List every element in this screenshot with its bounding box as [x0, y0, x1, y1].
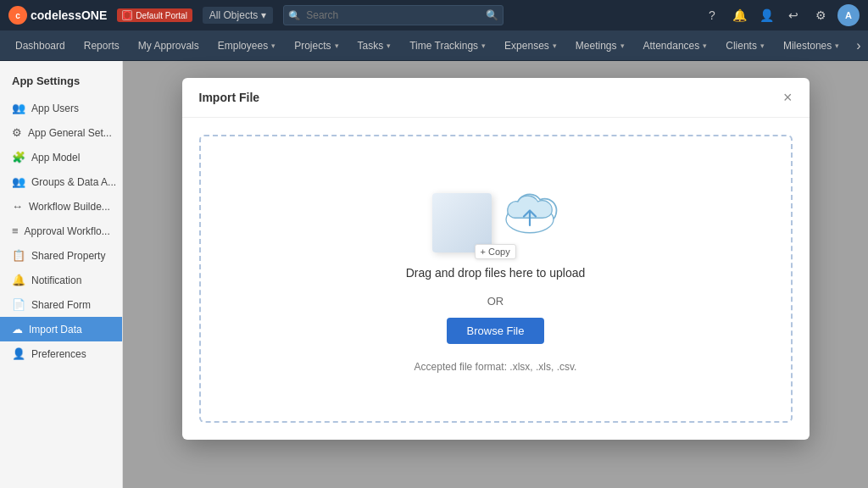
portal-badge[interactable]: Default Portal — [117, 8, 192, 22]
gear-icon: ⚙ — [12, 126, 22, 139]
cloud-upload-area — [500, 193, 559, 240]
users-icon: 👥 — [12, 102, 25, 114]
notification-icon[interactable]: 🔔 — [729, 5, 749, 25]
svg-marker-0 — [124, 11, 131, 19]
content-area: Import File × — [123, 61, 868, 488]
model-icon: 🧩 — [12, 151, 25, 164]
tab-projects[interactable]: Projects▾ — [286, 35, 347, 57]
copy-badge-text: + Copy — [481, 247, 510, 257]
drop-zone[interactable]: + Copy Drag and drop files here to uploa… — [199, 135, 793, 423]
modal-close-button[interactable]: × — [783, 90, 793, 105]
sidebar-item-workflow-builder[interactable]: ↔ Workflow Builde... — [0, 194, 122, 219]
shared-property-icon: 📋 — [12, 249, 25, 262]
sidebar-item-notification[interactable]: 🔔 Notification — [0, 268, 122, 292]
modal-header: Import File × — [182, 78, 810, 118]
preferences-icon: 👤 — [12, 347, 25, 360]
sidebar-item-groups[interactable]: 👥 Groups & Data A... — [0, 169, 122, 194]
help-icon[interactable]: ? — [702, 5, 722, 25]
modal-title: Import File — [199, 91, 260, 104]
browse-file-button[interactable]: Browse File — [447, 318, 545, 344]
tab-tasks[interactable]: Tasks▾ — [349, 35, 400, 57]
nav-tabs-bar: Dashboard Reports My Approvals Employees… — [0, 30, 868, 61]
history-icon[interactable]: ↩ — [783, 5, 804, 25]
top-navbar: c codelessONE Default Portal All Objects… — [0, 0, 868, 30]
tab-reports[interactable]: Reports — [75, 35, 128, 57]
main-layout: App Settings 👥 App Users ⚙ App General S… — [0, 61, 868, 488]
logo-text: codelessONE — [31, 8, 107, 22]
search-icon: 🔍 — [289, 10, 301, 21]
app-logo[interactable]: c codelessONE — [8, 6, 107, 25]
drag-icon-area: + Copy — [432, 193, 559, 252]
search-magnifier-icon[interactable]: 🔍 — [486, 9, 498, 21]
bell-icon: 🔔 — [12, 274, 25, 286]
import-file-modal: Import File × — [182, 78, 810, 440]
sidebar-title: App Settings — [0, 71, 122, 96]
workflow-icon: ↔ — [12, 200, 23, 213]
copy-badge: + Copy — [475, 244, 516, 259]
sidebar: App Settings 👥 App Users ⚙ App General S… — [0, 61, 123, 488]
drag-drop-text: Drag and drop files here to upload — [406, 266, 586, 280]
sidebar-item-app-users[interactable]: 👥 App Users — [0, 96, 122, 120]
sidebar-item-import-data[interactable]: ☁ Import Data — [0, 317, 122, 341]
form-icon: 📄 — [12, 298, 25, 311]
tab-clients[interactable]: Clients▾ — [717, 35, 773, 57]
tab-meetings[interactable]: Meetings▾ — [567, 35, 633, 57]
tab-employees[interactable]: Employees▾ — [209, 35, 284, 57]
sidebar-item-preferences[interactable]: 👤 Preferences — [0, 341, 122, 366]
search-wrap: 🔍 🔍 — [283, 5, 504, 25]
sidebar-item-shared-form[interactable]: 📄 Shared Form — [0, 292, 122, 317]
portal-icon — [122, 10, 132, 20]
cloud-icon: ☁ — [12, 323, 23, 336]
settings-icon[interactable]: ⚙ — [810, 5, 831, 25]
groups-icon: 👥 — [12, 175, 25, 188]
sidebar-item-approval-workflow[interactable]: ≡ Approval Workflo... — [0, 219, 122, 243]
or-separator: OR — [487, 295, 504, 308]
sidebar-item-app-model[interactable]: 🧩 App Model — [0, 145, 122, 169]
tab-dashboard[interactable]: Dashboard — [7, 35, 74, 57]
top-right-icons: ? 🔔 👤 ↩ ⚙ A — [702, 4, 860, 26]
tab-my-approvals[interactable]: My Approvals — [130, 35, 208, 57]
logo-icon: c — [8, 6, 27, 25]
tab-expenses[interactable]: Expenses▾ — [496, 35, 565, 57]
tab-attendances[interactable]: Attendances▾ — [635, 35, 716, 57]
nav-more-button[interactable]: › — [849, 33, 867, 58]
search-input[interactable] — [283, 5, 504, 25]
sidebar-item-app-general[interactable]: ⚙ App General Set... — [0, 120, 122, 145]
sidebar-item-shared-property[interactable]: 📋 Shared Property — [0, 243, 122, 268]
cloud-upload-icon — [500, 193, 559, 240]
user-icon[interactable]: 👤 — [756, 5, 776, 25]
avatar[interactable]: A — [837, 4, 860, 26]
accepted-formats-text: Accepted file format: .xlsx, .xls, .csv. — [415, 361, 577, 373]
all-objects-dropdown[interactable]: All Objects ▾ — [203, 7, 273, 24]
tab-milestones[interactable]: Milestones▾ — [775, 35, 848, 57]
approval-icon: ≡ — [12, 225, 19, 237]
modal-body: + Copy Drag and drop files here to uploa… — [182, 118, 810, 440]
portal-label: Default Portal — [136, 11, 187, 20]
modal-overlay: Import File × — [123, 61, 868, 488]
tab-time-trackings[interactable]: Time Trackings▾ — [401, 35, 494, 57]
